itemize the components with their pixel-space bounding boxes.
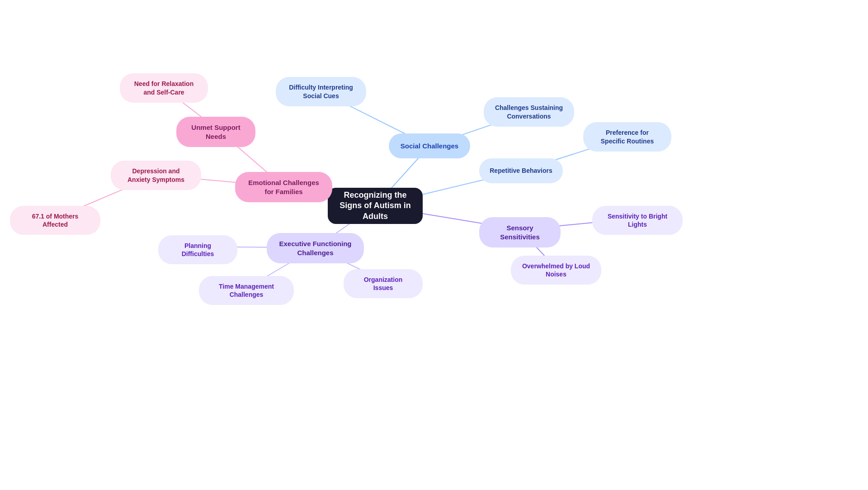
node-sensitivity-bright-lights: Sensitivity to Bright Lights (592, 206, 683, 235)
node-overwhelmed-loud-noises: Overwhelmed by Loud Noises (511, 256, 601, 285)
node-planning-difficulties: Planning Difficulties (158, 235, 237, 264)
node-challenges-conversations: Challenges Sustaining Conversations (484, 97, 574, 127)
node-difficulty-social-cues: Difficulty Interpreting Social Cues (276, 77, 366, 106)
node-sensory-sensitivities: Sensory Sensitivities (479, 217, 561, 247)
node-repetitive-behaviors: Repetitive Behaviors (479, 158, 563, 183)
node-organization-issues: Organization Issues (344, 269, 423, 298)
node-depression-anxiety: Depression and Anxiety Symptoms (111, 161, 201, 190)
mind-map-container: Recognizing the Signs of Autism in Adult… (0, 0, 868, 490)
node-time-management: Time Management Challenges (199, 276, 294, 305)
node-preference-routines: Preference for Specific Routines (583, 122, 671, 152)
node-unmet-support: Unmet Support Needs (176, 117, 255, 147)
node-executive-functioning: Executive Functioning Challenges (267, 233, 364, 263)
center-node: Recognizing the Signs of Autism in Adult… (328, 188, 423, 224)
node-social-challenges: Social Challenges (389, 133, 470, 158)
node-emotional-challenges: Emotional Challenges for Families (235, 172, 332, 202)
node-mothers-affected: 67.1 of Mothers Affected (10, 206, 100, 235)
node-need-relaxation: Need for Relaxation and Self-Care (120, 73, 208, 103)
